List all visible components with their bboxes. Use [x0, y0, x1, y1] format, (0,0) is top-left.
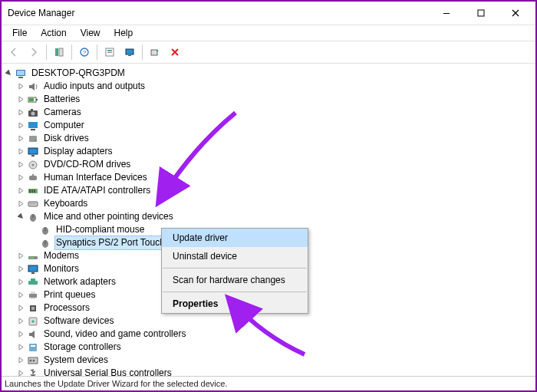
expander-closed-icon[interactable]	[15, 81, 26, 92]
hid-icon	[27, 172, 39, 184]
root-label: DESKTOP-QRG3PDM	[30, 67, 127, 80]
tree-category[interactable]: Human Interface Devices	[3, 171, 534, 184]
maximize-button[interactable]	[463, 2, 498, 24]
tree-category[interactable]: Batteries	[3, 93, 534, 106]
audio-icon	[27, 81, 39, 93]
svg-rect-57	[31, 307, 35, 310]
tree-category[interactable]: Sound, video and game controllers	[3, 328, 534, 341]
expander-closed-icon[interactable]	[15, 342, 26, 353]
context-menu-item[interactable]: Update driver	[162, 229, 308, 247]
expander-closed-icon[interactable]	[15, 199, 26, 209]
category-label: Batteries	[42, 93, 81, 106]
tree-category[interactable]: Cameras	[3, 106, 534, 119]
svg-rect-59	[29, 344, 37, 351]
expander-closed-icon[interactable]	[15, 147, 26, 157]
menu-help[interactable]: Help	[108, 26, 140, 40]
monitor-icon	[27, 263, 39, 275]
category-label: Software devices	[42, 315, 115, 328]
scan-hardware-icon	[150, 47, 160, 58]
device-tree[interactable]: DESKTOP-QRG3PDM Audio inputs and outputs…	[2, 64, 535, 376]
context-menu-item[interactable]: Uninstall device	[162, 247, 308, 265]
system-icon	[27, 354, 39, 367]
menu-view[interactable]: View	[74, 26, 107, 40]
tree-category[interactable]: Software devices	[3, 315, 534, 328]
expander-closed-icon[interactable]	[15, 290, 26, 301]
svg-rect-60	[31, 345, 35, 347]
expander-closed-icon[interactable]	[15, 355, 26, 366]
tree-category[interactable]: DVD/CD-ROM drives	[3, 158, 534, 171]
arrow-right-icon	[28, 47, 39, 58]
tree-category[interactable]: Mice and other pointing devices	[3, 210, 534, 223]
expander-open-icon[interactable]	[3, 68, 14, 79]
category-label: System devices	[42, 354, 110, 367]
expander-closed-icon[interactable]	[15, 368, 26, 377]
tree-category[interactable]: System devices	[3, 354, 534, 367]
context-menu-separator	[163, 292, 307, 292]
network-icon	[27, 276, 39, 288]
tree-root[interactable]: DESKTOP-QRG3PDM	[3, 67, 534, 80]
menu-file[interactable]: File	[6, 26, 33, 40]
context-menu-item[interactable]: Scan for hardware changes	[162, 271, 308, 289]
tree-category[interactable]: Computer	[3, 119, 534, 132]
toolbar-show-hide-button[interactable]	[50, 43, 68, 61]
tree-category[interactable]: Keyboards	[3, 197, 534, 210]
svg-rect-13	[17, 71, 25, 75]
category-label: IDE ATA/ATAPI controllers	[42, 184, 152, 197]
toolbar-properties-button[interactable]	[100, 43, 119, 61]
svg-point-47	[30, 257, 31, 259]
expander-closed-icon[interactable]	[15, 264, 26, 275]
menu-action[interactable]: Action	[35, 26, 72, 40]
expander-closed-icon[interactable]	[15, 186, 26, 196]
help-icon: ?	[79, 47, 90, 58]
tree-category[interactable]: Disk drives	[3, 132, 534, 145]
svg-point-19	[31, 111, 35, 115]
toolbar-scan-button[interactable]	[146, 43, 164, 61]
mouse-icon	[39, 237, 51, 249]
expander-open-icon[interactable]	[15, 212, 26, 222]
expander-closed-icon[interactable]	[15, 277, 26, 288]
svg-rect-39	[35, 203, 35, 204]
expander-closed-icon[interactable]	[15, 303, 26, 314]
svg-rect-33	[31, 189, 33, 193]
minimize-icon	[443, 9, 450, 17]
svg-point-28	[32, 163, 35, 166]
storage-icon	[27, 341, 39, 354]
svg-rect-30	[32, 174, 34, 176]
tree-category[interactable]: Audio inputs and outputs	[3, 80, 534, 93]
svg-rect-11	[151, 50, 157, 55]
uninstall-icon	[170, 47, 180, 58]
cpu-icon	[27, 302, 39, 315]
toolbar-forward-button[interactable]	[25, 43, 43, 61]
toolbar-back-button[interactable]	[5, 43, 23, 61]
toolbar-help-button[interactable]: ?	[75, 43, 94, 61]
context-menu-item[interactable]: Properties	[162, 295, 308, 313]
toolbar-uninstall-button[interactable]	[166, 43, 184, 61]
close-button[interactable]	[498, 2, 532, 24]
minimize-button[interactable]	[429, 2, 463, 24]
expander-closed-icon[interactable]	[15, 316, 26, 327]
expander-closed-icon[interactable]	[15, 160, 26, 170]
svg-rect-0	[443, 13, 450, 14]
menubar: File Action View Help	[2, 25, 535, 41]
svg-rect-17	[29, 98, 34, 101]
expander-closed-icon[interactable]	[15, 120, 26, 131]
device-label: HID-compliant mouse	[54, 223, 146, 236]
tree-category[interactable]: IDE ATA/ATAPI controllers	[3, 184, 534, 197]
expander-closed-icon[interactable]	[15, 133, 26, 144]
svg-rect-55	[31, 298, 35, 299]
expander-closed-icon[interactable]	[15, 173, 26, 183]
category-label: DVD/CD-ROM drives	[42, 158, 132, 171]
tree-category[interactable]: Display adapters	[3, 145, 534, 158]
svg-rect-53	[29, 294, 37, 298]
svg-rect-38	[33, 203, 34, 204]
expander-closed-icon[interactable]	[15, 329, 26, 340]
expander-closed-icon[interactable]	[15, 107, 26, 118]
svg-rect-32	[29, 189, 31, 193]
category-label: Cameras	[42, 106, 83, 119]
toolbar-update-button[interactable]	[120, 43, 139, 61]
tree-category[interactable]: Storage controllers	[3, 341, 534, 354]
expander-closed-icon[interactable]	[15, 251, 26, 262]
expander-closed-icon[interactable]	[15, 94, 26, 105]
tree-category[interactable]: Universal Serial Bus controllers	[3, 367, 534, 376]
svg-point-24	[35, 140, 36, 141]
